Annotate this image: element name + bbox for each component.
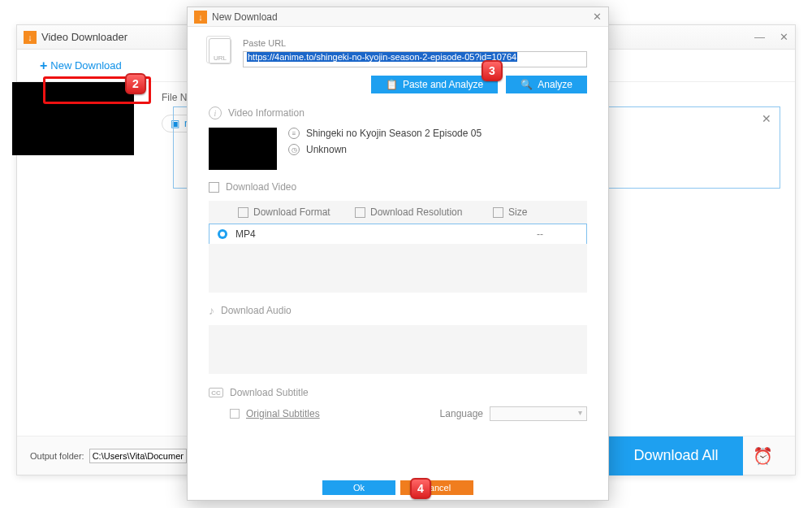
paste-url-label: Paste URL [243,38,587,48]
dialog-title: New Download [212,11,278,23]
minimize-button[interactable]: — [754,31,765,43]
plus-icon: + [40,59,47,73]
audio-icon: ♪ [209,304,214,317]
original-subtitles-label: Original Subtitles [246,408,320,419]
table-header: Download Format Download Resolution Size [209,201,587,224]
ok-button[interactable]: Ok [322,480,395,495]
new-download-dialog: ↓ New Download ✕ URL Paste URL https://4… [187,7,609,501]
dialog-titlebar: ↓ New Download ✕ [188,7,608,27]
video-thumbnail [209,128,277,170]
paste-analyze-button[interactable]: 📋 Paste and Analyze [371,76,498,93]
subtitle-row: Original Subtitles Language [209,406,587,421]
cc-icon: CC [209,388,223,397]
row-radio[interactable] [218,229,227,239]
download-audio-heading: ♪ Download Audio [209,304,587,317]
video-info-heading: i Video Information [209,106,587,119]
dialog-footer: Ok Cancel [188,480,608,495]
schedule-button[interactable]: ⏰ [743,436,782,475]
url-icon: URL [209,38,231,64]
callout-4: 4 [410,478,431,499]
new-download-button[interactable]: + New Download [33,55,128,76]
download-video-heading: Download Video [209,181,587,193]
info-icon: i [209,106,222,119]
format-table: Download Format Download Resolution Size… [209,201,587,293]
video-duration: Unknown [306,144,347,155]
title-icon: ≡ [288,128,300,139]
paste-icon: 📋 [386,79,398,90]
original-subtitles-checkbox[interactable] [230,409,240,419]
url-row: URL Paste URL https://4anime.to/shingeki… [209,38,587,67]
clock-icon: ◷ [288,144,300,155]
output-folder-input[interactable] [89,449,187,463]
video-info: ≡Shingeki no Kyojin Season 2 Episode 05 … [209,128,587,170]
language-label: Language [440,408,483,419]
resolution-icon [355,207,365,218]
app-icon: ↓ [194,11,207,24]
format-list-area [209,244,587,293]
download-icon [209,182,219,193]
dialog-close-button[interactable]: ✕ [593,11,602,23]
format-icon [238,207,248,218]
left-column [17,82,147,436]
new-download-label: New Download [50,59,121,72]
callout-2: 2 [125,73,146,94]
row-format: MP4 [235,228,356,240]
dialog-body: URL Paste URL https://4anime.to/shingeki… [188,27,608,421]
app-icon: ↓ [24,31,37,44]
analyze-button[interactable]: 🔍 Analyze [506,76,587,93]
callout-3: 3 [482,60,503,81]
url-input[interactable]: https://4anime.to/shingeki-no-kyojin-sea… [243,51,587,67]
size-icon [493,207,503,218]
detail-close-button[interactable]: ✕ [762,112,771,125]
download-all-button[interactable]: Download All [609,436,743,475]
url-value: https://4anime.to/shingeki-no-kyojin-sea… [247,52,517,62]
task-thumbnail[interactable] [12,82,134,155]
close-button[interactable]: ✕ [780,31,788,43]
audio-list-area [209,325,587,374]
search-icon: 🔍 [520,79,533,90]
output-folder-label: Output folder: [30,451,84,461]
app-title: Video Downloader [41,31,127,43]
video-title: Shingeki no Kyojin Season 2 Episode 05 [306,128,482,139]
row-size: -- [494,228,586,240]
table-row[interactable]: MP4 -- [209,224,587,245]
language-select[interactable] [490,406,587,421]
download-subtitle-heading: CC Download Subtitle [209,387,587,398]
